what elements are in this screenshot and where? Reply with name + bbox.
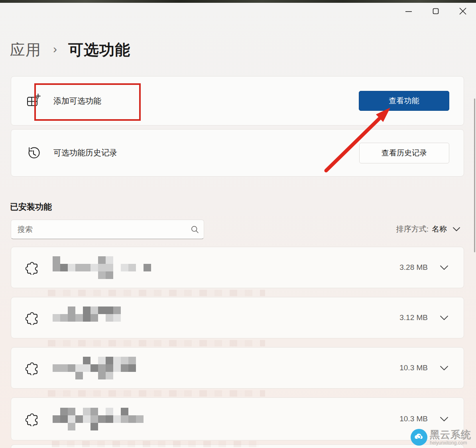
vertical-scrollbar-thumb[interactable] (474, 98, 475, 252)
feature-row: 3.28 MB (11, 247, 464, 288)
chevron-down-icon (440, 315, 448, 320)
redacted-feature-name (53, 357, 136, 379)
breadcrumb-separator-icon: › (53, 42, 57, 56)
search-icon[interactable] (186, 225, 204, 234)
redacted-feature-name (53, 256, 151, 279)
censor-artifact (48, 390, 265, 397)
window-caption-controls (395, 3, 476, 21)
puzzle-piece-icon (26, 260, 40, 275)
page-title: 可选功能 (68, 40, 130, 60)
puzzle-piece-icon (26, 412, 40, 426)
feature-size: 10.3 MB (399, 415, 428, 423)
chevron-down-icon (440, 365, 448, 371)
puzzle-piece-icon (26, 310, 40, 325)
chevron-down-icon (452, 227, 460, 232)
search-input[interactable] (11, 220, 186, 239)
breadcrumb-apps[interactable]: 应用 (10, 40, 41, 60)
minimize-button[interactable] (395, 3, 422, 20)
puzzle-piece-icon (26, 361, 40, 375)
chevron-down-icon (440, 417, 448, 422)
redacted-feature-name (53, 307, 121, 329)
close-button[interactable] (450, 3, 476, 20)
censor-artifact (48, 340, 265, 346)
add-optional-feature-label: 添加可选功能 (53, 96, 101, 106)
expand-row-button[interactable] (440, 365, 448, 371)
feature-size: 10.3 MB (399, 364, 428, 372)
expand-row-button[interactable] (440, 265, 448, 270)
minimize-icon (404, 7, 413, 16)
feature-row: 10.3 MB (11, 397, 464, 440)
censor-artifact (52, 441, 259, 447)
watermark: 黑云系统 heiyunxitong.com (411, 427, 476, 447)
feature-size: 3.28 MB (399, 263, 428, 272)
add-optional-feature-card: 添加可选功能 查看功能 (11, 76, 464, 126)
feature-size: 3.12 MB (399, 313, 428, 322)
sort-value: 名称 (432, 224, 447, 234)
watermark-title: 黑云系统 (430, 430, 471, 440)
optional-feature-history-label: 可选功能历史记录 (53, 147, 117, 158)
feature-row: 10.3 MB (11, 347, 464, 389)
breadcrumb: 应用 › 可选功能 (10, 40, 130, 60)
sort-control[interactable]: 排序方式: 名称 (396, 224, 460, 234)
redacted-feature-name (53, 408, 144, 430)
maximize-button[interactable] (423, 3, 449, 20)
settings-optional-features-page: 应用 › 可选功能 添加可选功能 查看功能 (0, 0, 476, 448)
view-features-button[interactable]: 查看功能 (359, 91, 449, 111)
expand-row-button[interactable] (440, 315, 448, 320)
censor-artifact (48, 290, 265, 296)
search-box (11, 220, 204, 239)
optional-feature-history-card: 可选功能历史记录 查看历史记录 (11, 129, 464, 177)
watermark-url: heiyunxitong.com (430, 440, 471, 445)
heiyun-logo-icon (411, 429, 427, 446)
sort-label: 排序方式: (396, 224, 429, 234)
desktop-wallpaper-strip (0, 0, 476, 3)
add-features-icon (26, 93, 41, 109)
feature-row: 3.12 MB (11, 297, 464, 338)
installed-features-heading: 已安装功能 (10, 201, 52, 212)
view-history-button[interactable]: 查看历史记录 (359, 143, 449, 163)
maximize-icon (431, 7, 440, 16)
close-icon (458, 6, 468, 16)
chevron-down-icon (440, 265, 448, 270)
history-icon (26, 145, 41, 161)
expand-row-button[interactable] (440, 417, 448, 422)
